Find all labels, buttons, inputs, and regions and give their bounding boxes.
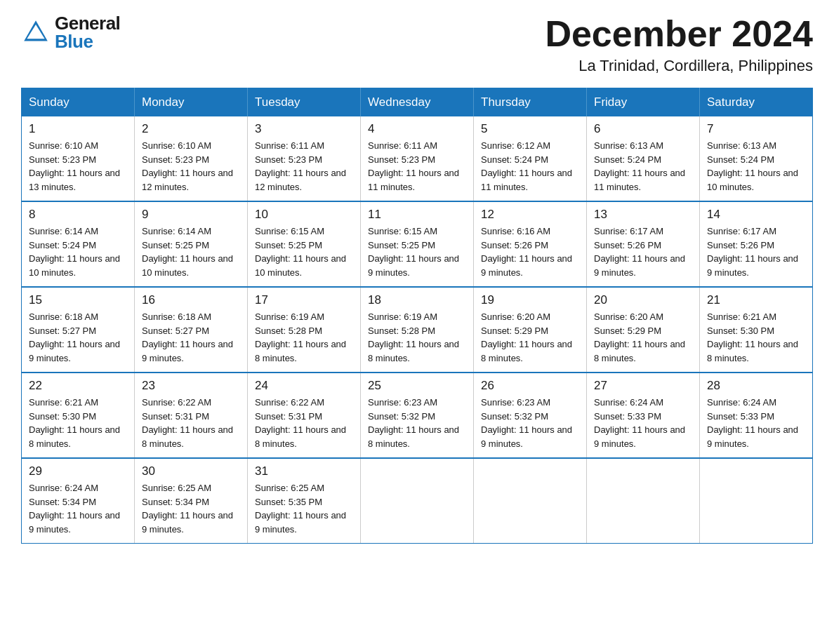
day-number: 25 <box>368 379 466 393</box>
header-sunday: Sunday <box>22 88 135 117</box>
day-info: Sunrise: 6:24 AMSunset: 5:33 PMDaylight:… <box>707 396 805 450</box>
day-info: Sunrise: 6:17 AMSunset: 5:26 PMDaylight:… <box>707 224 805 279</box>
day-number: 8 <box>29 208 127 222</box>
logo-icon <box>21 18 51 47</box>
day-info: Sunrise: 6:25 AMSunset: 5:34 PMDaylight:… <box>142 481 240 536</box>
day-number: 17 <box>255 293 353 307</box>
day-number: 11 <box>368 208 466 222</box>
header-wednesday: Wednesday <box>361 88 474 117</box>
day-info: Sunrise: 6:25 AMSunset: 5:35 PMDaylight:… <box>255 481 353 536</box>
calendar-day-cell: 3Sunrise: 6:11 AMSunset: 5:23 PMDaylight… <box>248 116 361 201</box>
calendar-day-cell: 17Sunrise: 6:19 AMSunset: 5:28 PMDayligh… <box>248 287 361 373</box>
logo: General Blue <box>21 14 120 51</box>
calendar-week-row: 8Sunrise: 6:14 AMSunset: 5:24 PMDaylight… <box>22 201 813 287</box>
calendar-week-row: 15Sunrise: 6:18 AMSunset: 5:27 PMDayligh… <box>22 287 813 373</box>
day-info: Sunrise: 6:22 AMSunset: 5:31 PMDaylight:… <box>255 396 353 450</box>
calendar-day-cell <box>474 458 587 544</box>
day-info: Sunrise: 6:10 AMSunset: 5:23 PMDaylight:… <box>29 139 127 194</box>
day-number: 22 <box>29 379 127 393</box>
day-number: 13 <box>594 208 692 222</box>
calendar-day-cell: 14Sunrise: 6:17 AMSunset: 5:26 PMDayligh… <box>700 201 813 287</box>
day-number: 12 <box>481 208 579 222</box>
day-number: 4 <box>368 122 466 136</box>
calendar-day-cell: 11Sunrise: 6:15 AMSunset: 5:25 PMDayligh… <box>361 201 474 287</box>
calendar-day-cell <box>587 458 700 544</box>
calendar-table: Sunday Monday Tuesday Wednesday Thursday… <box>21 88 813 544</box>
day-info: Sunrise: 6:18 AMSunset: 5:27 PMDaylight:… <box>29 310 127 365</box>
day-number: 18 <box>368 293 466 307</box>
day-number: 28 <box>707 379 805 393</box>
calendar-day-cell: 20Sunrise: 6:20 AMSunset: 5:29 PMDayligh… <box>587 287 700 373</box>
calendar-day-cell: 29Sunrise: 6:24 AMSunset: 5:34 PMDayligh… <box>22 458 135 544</box>
day-number: 30 <box>142 464 240 478</box>
day-number: 7 <box>707 122 805 136</box>
page-header: General Blue December 2024 La Trinidad, … <box>21 14 813 75</box>
day-number: 14 <box>707 208 805 222</box>
header-saturday: Saturday <box>700 88 813 117</box>
day-info: Sunrise: 6:21 AMSunset: 5:30 PMDaylight:… <box>29 396 127 450</box>
day-number: 21 <box>707 293 805 307</box>
day-number: 2 <box>142 122 240 136</box>
calendar-day-cell: 6Sunrise: 6:13 AMSunset: 5:24 PMDaylight… <box>587 116 700 201</box>
day-info: Sunrise: 6:12 AMSunset: 5:24 PMDaylight:… <box>481 139 579 194</box>
day-number: 5 <box>481 122 579 136</box>
day-info: Sunrise: 6:19 AMSunset: 5:28 PMDaylight:… <box>255 310 353 365</box>
calendar-day-cell <box>361 458 474 544</box>
day-info: Sunrise: 6:15 AMSunset: 5:25 PMDaylight:… <box>368 224 466 279</box>
day-number: 9 <box>142 208 240 222</box>
day-info: Sunrise: 6:20 AMSunset: 5:29 PMDaylight:… <box>594 310 692 365</box>
calendar-day-cell: 23Sunrise: 6:22 AMSunset: 5:31 PMDayligh… <box>135 373 248 458</box>
calendar-day-cell: 2Sunrise: 6:10 AMSunset: 5:23 PMDaylight… <box>135 116 248 201</box>
calendar-day-cell: 16Sunrise: 6:18 AMSunset: 5:27 PMDayligh… <box>135 287 248 373</box>
calendar-day-cell: 24Sunrise: 6:22 AMSunset: 5:31 PMDayligh… <box>248 373 361 458</box>
calendar-day-cell: 10Sunrise: 6:15 AMSunset: 5:25 PMDayligh… <box>248 201 361 287</box>
day-number: 23 <box>142 379 240 393</box>
day-info: Sunrise: 6:14 AMSunset: 5:24 PMDaylight:… <box>29 224 127 279</box>
day-info: Sunrise: 6:22 AMSunset: 5:31 PMDaylight:… <box>142 396 240 450</box>
header-monday: Monday <box>135 88 248 117</box>
day-number: 31 <box>255 464 353 478</box>
day-number: 20 <box>594 293 692 307</box>
calendar-week-row: 29Sunrise: 6:24 AMSunset: 5:34 PMDayligh… <box>22 458 813 544</box>
day-info: Sunrise: 6:11 AMSunset: 5:23 PMDaylight:… <box>255 139 353 194</box>
month-title: December 2024 <box>545 14 813 54</box>
header-tuesday: Tuesday <box>248 88 361 117</box>
day-info: Sunrise: 6:24 AMSunset: 5:33 PMDaylight:… <box>594 396 692 450</box>
calendar-day-cell: 12Sunrise: 6:16 AMSunset: 5:26 PMDayligh… <box>474 201 587 287</box>
logo-blue-text: Blue <box>55 32 120 51</box>
day-info: Sunrise: 6:10 AMSunset: 5:23 PMDaylight:… <box>142 139 240 194</box>
location-title: La Trinidad, Cordillera, Philippines <box>545 57 813 75</box>
day-info: Sunrise: 6:17 AMSunset: 5:26 PMDaylight:… <box>594 224 692 279</box>
calendar-day-cell: 15Sunrise: 6:18 AMSunset: 5:27 PMDayligh… <box>22 287 135 373</box>
day-info: Sunrise: 6:23 AMSunset: 5:32 PMDaylight:… <box>368 396 466 450</box>
logo-general-text: General <box>55 14 120 32</box>
day-info: Sunrise: 6:19 AMSunset: 5:28 PMDaylight:… <box>368 310 466 365</box>
day-info: Sunrise: 6:24 AMSunset: 5:34 PMDaylight:… <box>29 481 127 536</box>
calendar-day-cell: 31Sunrise: 6:25 AMSunset: 5:35 PMDayligh… <box>248 458 361 544</box>
day-number: 24 <box>255 379 353 393</box>
day-info: Sunrise: 6:23 AMSunset: 5:32 PMDaylight:… <box>481 396 579 450</box>
calendar-day-cell: 26Sunrise: 6:23 AMSunset: 5:32 PMDayligh… <box>474 373 587 458</box>
day-info: Sunrise: 6:14 AMSunset: 5:25 PMDaylight:… <box>142 224 240 279</box>
calendar-day-cell: 27Sunrise: 6:24 AMSunset: 5:33 PMDayligh… <box>587 373 700 458</box>
calendar-day-cell: 19Sunrise: 6:20 AMSunset: 5:29 PMDayligh… <box>474 287 587 373</box>
calendar-day-cell: 18Sunrise: 6:19 AMSunset: 5:28 PMDayligh… <box>361 287 474 373</box>
header-friday: Friday <box>587 88 700 117</box>
calendar-day-cell <box>700 458 813 544</box>
header-thursday: Thursday <box>474 88 587 117</box>
calendar-day-cell: 4Sunrise: 6:11 AMSunset: 5:23 PMDaylight… <box>361 116 474 201</box>
calendar-day-cell: 5Sunrise: 6:12 AMSunset: 5:24 PMDaylight… <box>474 116 587 201</box>
day-info: Sunrise: 6:20 AMSunset: 5:29 PMDaylight:… <box>481 310 579 365</box>
day-info: Sunrise: 6:21 AMSunset: 5:30 PMDaylight:… <box>707 310 805 365</box>
calendar-day-cell: 1Sunrise: 6:10 AMSunset: 5:23 PMDaylight… <box>22 116 135 201</box>
day-info: Sunrise: 6:13 AMSunset: 5:24 PMDaylight:… <box>594 139 692 194</box>
day-number: 6 <box>594 122 692 136</box>
title-area: December 2024 La Trinidad, Cordillera, P… <box>545 14 813 75</box>
day-number: 26 <box>481 379 579 393</box>
calendar-day-cell: 8Sunrise: 6:14 AMSunset: 5:24 PMDaylight… <box>22 201 135 287</box>
calendar-week-row: 1Sunrise: 6:10 AMSunset: 5:23 PMDaylight… <box>22 116 813 201</box>
day-number: 27 <box>594 379 692 393</box>
day-info: Sunrise: 6:15 AMSunset: 5:25 PMDaylight:… <box>255 224 353 279</box>
day-number: 10 <box>255 208 353 222</box>
calendar-day-cell: 13Sunrise: 6:17 AMSunset: 5:26 PMDayligh… <box>587 201 700 287</box>
